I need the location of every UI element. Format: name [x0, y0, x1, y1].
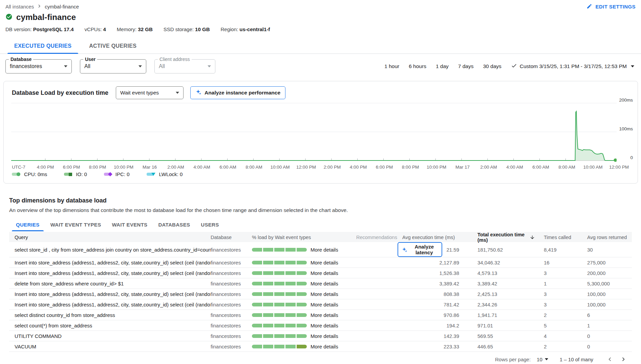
time-range-30-days[interactable]: 30 days — [483, 63, 501, 69]
column-header-rows[interactable]: Avg rows returned — [578, 235, 632, 240]
legend-label: LWLock: 0 — [159, 171, 183, 177]
meta-label: Memory: — [117, 26, 138, 32]
meta-label: Region: — [220, 26, 239, 32]
top-dimensions-title: Top dimensions by database load — [9, 197, 632, 204]
table-row: Insert into store_address (address1, add… — [9, 268, 632, 278]
more-details-link[interactable]: More details — [311, 312, 338, 318]
instance-meta-item: Region: us-central1-f — [220, 26, 270, 32]
more-details-link[interactable]: More details — [311, 323, 338, 328]
edit-settings-button[interactable]: EDIT SETTINGS — [586, 3, 636, 10]
time-range-1-hour[interactable]: 1 hour — [384, 63, 399, 69]
load-cell: More details — [249, 312, 347, 318]
dim-tab-wait-events[interactable]: WAIT EVENTS — [106, 218, 153, 231]
load-cell: More details — [249, 344, 347, 349]
check-icon — [511, 63, 517, 70]
x-axis-label: 8:00 PM — [89, 165, 106, 170]
pagination-range: 1 – 10 of many — [560, 357, 593, 362]
database-cell: financestores — [211, 247, 249, 253]
avg-rows-returned-cell: 6 — [578, 312, 632, 318]
table-row: Insert into store_address (address1, add… — [9, 289, 632, 299]
more-details-link[interactable]: More details — [311, 270, 338, 276]
time-range-custom[interactable]: Custom 3/15/25, 1:31 PM - 3/17/25, 12:53… — [511, 63, 634, 70]
load-chart-plot[interactable] — [11, 100, 617, 163]
column-header-db[interactable]: Database — [211, 235, 249, 240]
load-bar-segment — [252, 324, 262, 327]
dim-tab-databases[interactable]: DATABASES — [153, 218, 195, 231]
chart-dimension-select[interactable]: Wait event types — [116, 86, 184, 99]
load-bar-segment — [297, 248, 307, 252]
more-details-link[interactable]: More details — [311, 333, 338, 339]
client-address-filter-value: All — [159, 63, 165, 69]
x-axis-label: 4:00 PM — [37, 165, 54, 170]
times-called-cell: 4 — [535, 333, 578, 339]
load-bar-segment — [285, 271, 296, 275]
load-bar — [252, 324, 307, 327]
load-bar-segment — [285, 345, 296, 348]
avg-execution-time-cell: 781.42 — [398, 302, 465, 307]
gemini-sparkle-icon — [195, 89, 201, 97]
column-header-load[interactable]: % load by Wait event types — [249, 235, 347, 240]
dim-tab-users[interactable]: USERS — [195, 218, 224, 231]
more-details-link[interactable]: More details — [311, 344, 338, 349]
dim-tab-queries[interactable]: QUERIES — [10, 218, 45, 231]
avg-execution-time-cell: 2,127.89 — [398, 260, 465, 265]
avg-rows-returned-cell: 100,000 — [578, 291, 632, 297]
previous-page-button[interactable] — [605, 355, 614, 364]
meta-value: PostgreSQL 17.4 — [33, 26, 74, 32]
more-details-link[interactable]: More details — [311, 260, 338, 265]
times-called-cell: 2 — [535, 344, 578, 349]
table-row: VACUUMfinancestoresMore details223.33446… — [9, 341, 632, 352]
dim-tab-wait-event-types[interactable]: WAIT EVENT TYPES — [45, 218, 107, 231]
column-header-label: Total execution time (ms) — [477, 232, 526, 243]
user-filter-select[interactable]: User All — [80, 59, 146, 73]
times-called-cell: 1 — [535, 281, 578, 286]
meta-label: vCPUs: — [84, 26, 103, 32]
top-dimensions-section: Top dimensions by database load An overv… — [9, 197, 632, 364]
column-header-total[interactable]: Total execution time (ms) — [465, 232, 535, 243]
column-header-rec[interactable]: Recommendations — [347, 235, 398, 240]
analyze-instance-performance-label: Analyze instance performance — [205, 90, 280, 96]
load-bar-segment — [274, 282, 284, 285]
column-header-avg[interactable]: Avg execution time (ms) — [398, 235, 465, 240]
column-header-query[interactable]: Query — [9, 235, 211, 240]
load-bar-segment — [252, 271, 262, 275]
meta-value: us-central1-f — [239, 26, 270, 32]
database-filter-select[interactable]: Database financestores — [5, 59, 72, 73]
analyze-latency-button[interactable]: Analyze latency — [398, 242, 442, 257]
total-execution-time-cell: 2,344.26 — [465, 302, 535, 307]
instance-meta-item: Memory: 32 GB — [117, 26, 153, 32]
legend-item-cpu: CPU: 0ms — [12, 171, 47, 177]
load-bar-segment — [285, 248, 296, 252]
time-range-1-day[interactable]: 1 day — [436, 63, 449, 69]
load-bar-segment — [252, 261, 262, 264]
time-range-7-days[interactable]: 7 days — [458, 63, 474, 69]
more-details-link[interactable]: More details — [311, 247, 338, 253]
avg-execution-time-value: 194.2 — [446, 323, 459, 328]
tab-active-queries[interactable]: ACTIVE QUERIES — [80, 39, 145, 53]
analyze-instance-performance-button[interactable]: Analyze instance performance — [190, 86, 285, 99]
more-details-link[interactable]: More details — [311, 291, 338, 297]
rows-per-page-select[interactable]: 10 — [537, 357, 548, 362]
total-execution-time-cell: 446.65 — [465, 344, 535, 349]
times-called-cell: 3 — [535, 302, 578, 307]
avg-execution-time-cell: 970.86 — [398, 312, 465, 318]
next-page-button[interactable] — [619, 355, 628, 364]
load-bar-segment — [297, 324, 307, 327]
database-cell: financestores — [211, 270, 249, 276]
load-bar-segment — [263, 271, 273, 275]
avg-rows-returned-cell: 0 — [578, 333, 632, 339]
column-header-times[interactable]: Times called — [535, 235, 578, 240]
x-axis: UTC-74:00 PM6:00 PM8:00 PM10:00 PMMar 16… — [11, 164, 617, 170]
database-cell: financestores — [211, 333, 249, 339]
x-axis-label: 6:00 AM — [532, 165, 549, 170]
load-bar-segment — [263, 313, 273, 317]
chevron-down-icon — [138, 65, 142, 67]
breadcrumb-all-instances[interactable]: All instances — [5, 4, 34, 9]
analyze-latency-label: Analyze latency — [410, 244, 438, 255]
load-cell: More details — [249, 291, 347, 297]
tab-executed-queries[interactable]: EXECUTED QUERIES — [5, 39, 80, 53]
table-row: Insert into store_address (address1, add… — [9, 257, 632, 268]
more-details-link[interactable]: More details — [311, 281, 338, 286]
time-range-6-hours[interactable]: 6 hours — [409, 63, 426, 69]
more-details-link[interactable]: More details — [311, 302, 338, 307]
